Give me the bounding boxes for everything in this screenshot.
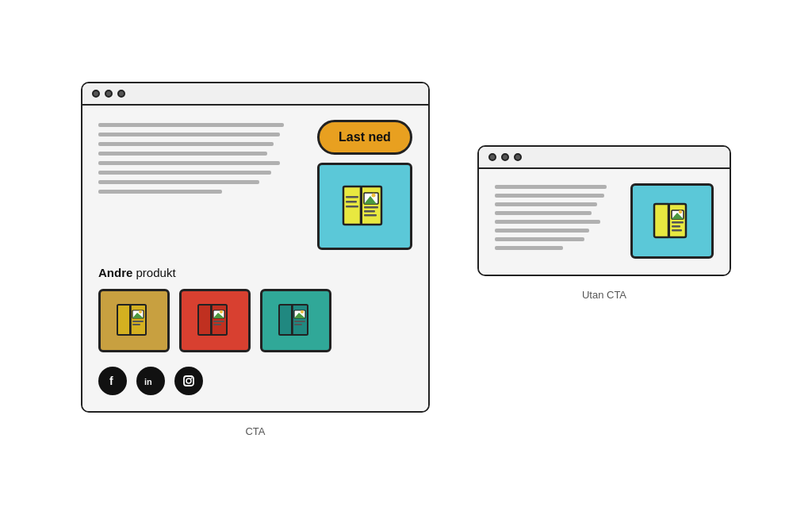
right-window-label: Utan CTA: [582, 289, 626, 301]
svg-text:f: f: [109, 375, 113, 387]
thumb-book-teal: [275, 300, 316, 341]
svg-rect-29: [292, 305, 308, 335]
right-text-block: [495, 183, 619, 259]
thumb-book-red: [194, 300, 236, 341]
svg-rect-21: [211, 305, 227, 335]
text-line: [495, 229, 589, 233]
instagram-icon[interactable]: [174, 367, 203, 395]
product-image-large: [317, 163, 412, 250]
svg-rect-34: [294, 321, 305, 322]
left-browser-window: Last ned: [81, 82, 430, 413]
svg-rect-10: [346, 201, 357, 203]
svg-rect-11: [346, 206, 358, 208]
text-line: [495, 237, 584, 241]
svg-rect-19: [132, 324, 140, 325]
text-line: [98, 190, 222, 194]
svg-point-40: [191, 378, 193, 379]
left-text-block: [98, 120, 304, 250]
svg-rect-47: [672, 221, 684, 224]
right-browser-content: [479, 169, 730, 275]
right-titlebar: [479, 147, 730, 169]
svg-point-33: [301, 310, 304, 313]
svg-rect-35: [294, 324, 302, 325]
text-line: [98, 152, 267, 156]
svg-rect-1: [361, 186, 381, 225]
product-thumbnails: [98, 289, 412, 352]
section-title: Andre produkt: [98, 266, 412, 279]
right-window-wrapper: Utan CTA: [477, 145, 731, 301]
left-browser-content: Last ned: [82, 106, 428, 411]
thumb-book-gold: [113, 300, 155, 341]
thumb-gold: [98, 289, 170, 352]
text-line: [98, 123, 284, 127]
dot-1: [92, 90, 100, 98]
svg-rect-18: [132, 321, 144, 322]
left-top-section: Last ned: [98, 120, 412, 250]
text-line: [495, 220, 600, 224]
svg-rect-26: [213, 321, 224, 322]
thumb-teal: [260, 289, 331, 352]
text-line: [495, 185, 607, 189]
dot-r2: [501, 153, 509, 161]
text-line: [98, 133, 280, 136]
svg-rect-13: [130, 305, 146, 335]
facebook-icon[interactable]: f: [98, 367, 127, 395]
thumb-red: [179, 289, 251, 352]
svg-rect-48: [672, 225, 680, 228]
svg-rect-7: [364, 210, 375, 213]
svg-point-25: [220, 310, 223, 313]
text-line: [495, 211, 592, 215]
linkedin-icon[interactable]: in: [136, 367, 165, 395]
dot-3: [117, 90, 125, 98]
svg-text:in: in: [144, 377, 152, 386]
main-scene: Last ned: [49, 50, 763, 469]
left-window-wrapper: Last ned: [81, 82, 430, 437]
left-titlebar: [82, 83, 428, 106]
book-icon-right: [649, 198, 696, 245]
svg-rect-27: [213, 324, 221, 325]
product-image-small: [630, 183, 714, 259]
text-line: [495, 246, 563, 250]
book-icon: [337, 179, 393, 234]
social-icons: f in: [98, 367, 412, 395]
svg-point-39: [186, 379, 191, 383]
svg-rect-49: [672, 229, 682, 232]
right-top-section: [495, 183, 714, 259]
svg-rect-8: [364, 214, 377, 217]
text-line: [98, 180, 259, 184]
left-right-section: Last ned: [317, 120, 412, 250]
text-line: [495, 202, 597, 206]
left-window-label: CTA: [245, 425, 265, 437]
svg-point-17: [139, 310, 142, 313]
text-line: [98, 142, 274, 146]
svg-point-46: [678, 210, 681, 213]
cta-button[interactable]: Last ned: [317, 120, 412, 155]
dot-2: [105, 90, 113, 98]
text-line: [98, 161, 280, 165]
right-browser-window: [477, 145, 731, 276]
svg-rect-42: [668, 204, 686, 237]
text-line: [98, 171, 271, 175]
svg-rect-6: [364, 206, 378, 209]
text-line: [495, 194, 604, 198]
dot-r1: [488, 153, 496, 161]
dot-r3: [514, 153, 522, 161]
svg-point-5: [372, 194, 376, 198]
svg-rect-9: [346, 196, 358, 198]
